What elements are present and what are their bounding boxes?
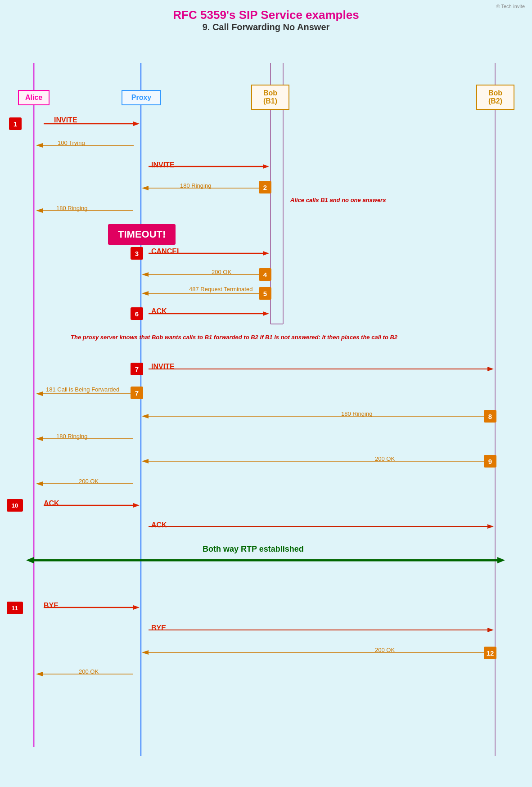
svg-marker-17 — [263, 251, 269, 256]
svg-marker-33 — [142, 459, 149, 463]
svg-marker-25 — [487, 367, 494, 371]
svg-marker-44 — [133, 605, 140, 610]
ok200-bye-b2-label: 200 OK — [375, 647, 395, 653]
ok200-bye-label: 200 OK — [79, 668, 99, 675]
svg-marker-37 — [133, 503, 140, 508]
invite2-label: INVITE — [151, 161, 175, 169]
badge-10: 10 — [7, 499, 23, 512]
svg-marker-21 — [142, 291, 149, 296]
ringing-proxy-alice2-label: 180 Ringing — [56, 433, 87, 440]
info-text-2: The proxy server knows that Bob wants ca… — [71, 333, 397, 342]
ack3-label: ACK — [151, 521, 167, 529]
svg-marker-42 — [497, 557, 505, 563]
info-text-1: Alice calls B1 and no one answers — [290, 196, 386, 205]
svg-marker-50 — [36, 672, 43, 676]
invite1-label: INVITE — [54, 116, 77, 124]
svg-marker-23 — [263, 311, 269, 316]
ack1-label: ACK — [151, 307, 167, 315]
ok200-cancel-label: 200 OK — [212, 269, 231, 275]
svg-marker-9 — [36, 143, 43, 148]
watermark: © Tech-invite — [496, 4, 525, 9]
svg-marker-13 — [142, 186, 149, 190]
bye1-label: BYE — [44, 602, 59, 610]
page-title: RFC 5359's SIP Service examples — [0, 8, 532, 22]
svg-marker-46 — [487, 628, 494, 632]
svg-marker-19 — [142, 272, 149, 277]
ack2-label: ACK — [44, 499, 59, 508]
badge-9: 9 — [484, 455, 496, 468]
svg-marker-7 — [133, 121, 140, 126]
svg-marker-35 — [36, 481, 43, 486]
req487-label: 487 Request Terminated — [189, 286, 252, 293]
badge-3: 3 — [131, 247, 143, 260]
svg-marker-27 — [36, 391, 43, 396]
badge-11: 11 — [7, 602, 23, 614]
invite3-label: INVITE — [151, 363, 175, 371]
cancel-label: CANCEL — [151, 247, 181, 256]
rtp-label: Both way RTP established — [203, 544, 304, 554]
svg-marker-48 — [142, 650, 149, 655]
badge-2: 2 — [259, 181, 271, 193]
ok200-b2-label: 200 OK — [375, 455, 395, 462]
ringing-b1-proxy-label: 180 Ringing — [180, 182, 211, 189]
bye2-label: BYE — [151, 624, 166, 632]
trying-label: 100 Trying — [58, 139, 85, 146]
header: RFC 5359's SIP Service examples 9. Call … — [0, 0, 532, 36]
badge-5: 5 — [259, 287, 271, 300]
svg-marker-39 — [487, 524, 494, 529]
entity-alice: Alice — [18, 90, 50, 105]
call-forwarded-label: 181 Call is Being Forwarded — [46, 386, 119, 394]
badge-4: 4 — [259, 268, 271, 281]
svg-marker-11 — [263, 164, 269, 169]
diagram: Alice Proxy Bob (B1) Bob (B2) 1 INVITE 1… — [0, 36, 532, 774]
svg-marker-41 — [26, 557, 34, 563]
badge-7a: 7 — [131, 363, 143, 375]
badge-6: 6 — [131, 307, 143, 320]
entity-bob1: Bob (B1) — [251, 85, 289, 110]
arrows-svg — [0, 36, 532, 774]
ringing-b2-proxy-label: 180 Ringing — [341, 410, 372, 417]
badge-12: 12 — [484, 647, 496, 659]
badge-1: 1 — [9, 117, 22, 130]
badge-8: 8 — [484, 410, 496, 423]
ok200-proxy-alice-label: 200 OK — [79, 478, 99, 485]
entity-proxy: Proxy — [122, 90, 161, 105]
entity-bob2: Bob (B2) — [476, 85, 514, 110]
page-subtitle: 9. Call Forwarding No Answer — [0, 22, 532, 32]
svg-marker-31 — [36, 436, 43, 441]
svg-marker-15 — [36, 208, 43, 213]
ringing-proxy-alice-label: 180 Ringing — [56, 205, 87, 211]
badge-7b: 7 — [131, 387, 143, 399]
svg-marker-29 — [142, 414, 149, 418]
page-container: © Tech-invite RFC 5359's SIP Service exa… — [0, 0, 532, 787]
timeout-box: TIMEOUT! — [108, 224, 176, 245]
